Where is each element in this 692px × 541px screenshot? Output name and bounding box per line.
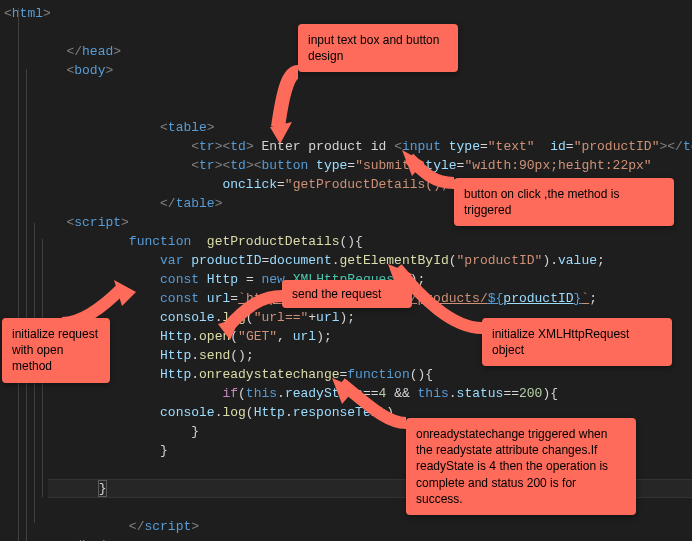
callout-send: send the request [282, 280, 412, 308]
callout-xhr: initialize XMLHttpRequest object [482, 318, 672, 366]
callout-input-design: input text box and button design [298, 24, 458, 72]
callout-open: initialize request with open method [2, 318, 110, 383]
callout-onreadystate: onreadystatechange triggered when the re… [406, 418, 636, 515]
callout-onclick: button on click ,the method is triggered [454, 178, 674, 226]
